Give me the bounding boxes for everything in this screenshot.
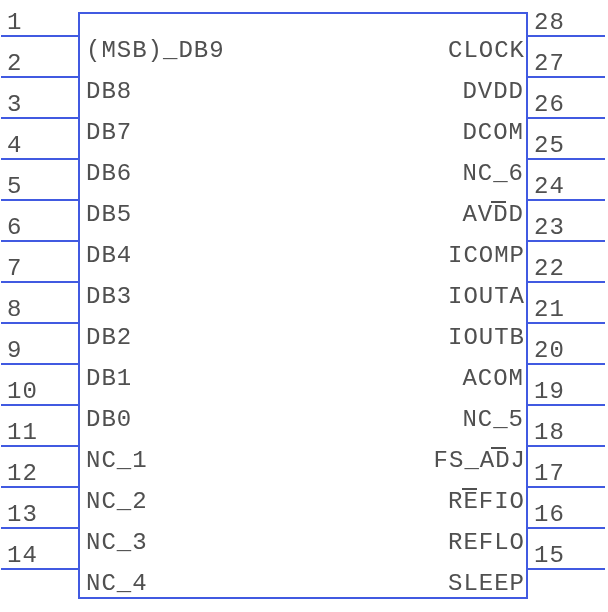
- pin-label: (MSB)_DB9: [86, 37, 225, 64]
- pin-label: NC_3: [86, 529, 148, 556]
- pin-label: REFIO: [448, 488, 525, 515]
- pin-label: DB7: [86, 119, 132, 146]
- pin-label: DB4: [86, 242, 132, 269]
- pin-number: 21: [534, 296, 565, 323]
- pin-label: IOUTB: [448, 324, 525, 351]
- pin-number: 17: [534, 460, 565, 487]
- pin-label: IOUTA: [448, 283, 525, 310]
- pin-label: NC_5: [462, 406, 524, 433]
- pin-number: 10: [7, 378, 38, 405]
- pin-number: 7: [7, 255, 22, 282]
- pin-number: 1: [7, 9, 22, 36]
- pin-number: 13: [7, 501, 38, 528]
- pin-number: 19: [534, 378, 565, 405]
- pinout-diagram: 1(MSB)_DB92DB83DB74DB65DB56DB47DB38DB29D…: [0, 0, 608, 612]
- pin-label: DB5: [86, 201, 132, 228]
- pin-label: DB6: [86, 160, 132, 187]
- pin-number: 14: [7, 542, 38, 569]
- overbar: [462, 488, 476, 490]
- pin-label: DB3: [86, 283, 132, 310]
- overbar: [491, 201, 505, 203]
- pin-number: 23: [534, 214, 565, 241]
- pin-number: 24: [534, 173, 565, 200]
- pin-label: NC_2: [86, 488, 148, 515]
- pin-number: 26: [534, 91, 565, 118]
- pin-label: AVDD: [462, 201, 524, 228]
- pin-label: ACOM: [462, 365, 524, 392]
- pin-number: 11: [7, 419, 38, 446]
- pin-label: NC_1: [86, 447, 148, 474]
- pin-number: 2: [7, 50, 22, 77]
- pin-number: 6: [7, 214, 22, 241]
- pin-number: 27: [534, 50, 565, 77]
- pin-label: NC_6: [462, 160, 524, 187]
- pin-label: DB8: [86, 78, 132, 105]
- pin-number: 5: [7, 173, 22, 200]
- pin-number: 4: [7, 132, 22, 159]
- pin-label: DB1: [86, 365, 132, 392]
- pin-label: DB0: [86, 406, 132, 433]
- pin-label: DB2: [86, 324, 132, 351]
- pin-number: 12: [7, 460, 38, 487]
- pin-number: 9: [7, 337, 22, 364]
- overbar: [491, 447, 505, 449]
- pin-number: 8: [7, 296, 22, 323]
- pin-number: 20: [534, 337, 565, 364]
- pin-number: 3: [7, 91, 22, 118]
- pin-label: DCOM: [462, 119, 524, 146]
- pin-label: SLEEP: [448, 570, 525, 597]
- pin-number: 28: [534, 9, 565, 36]
- pin-label: REFLO: [448, 529, 525, 556]
- pin-label: FS_ADJ: [434, 447, 526, 474]
- pin-number: 16: [534, 501, 565, 528]
- pin-number: 18: [534, 419, 565, 446]
- pin-number: 25: [534, 132, 565, 159]
- pin-label: ICOMP: [448, 242, 525, 269]
- pin-number: 22: [534, 255, 565, 282]
- pin-number: 15: [534, 542, 565, 569]
- pin-label: CLOCK: [448, 37, 525, 64]
- pin-label: DVDD: [462, 78, 524, 105]
- pin-label: NC_4: [86, 570, 148, 597]
